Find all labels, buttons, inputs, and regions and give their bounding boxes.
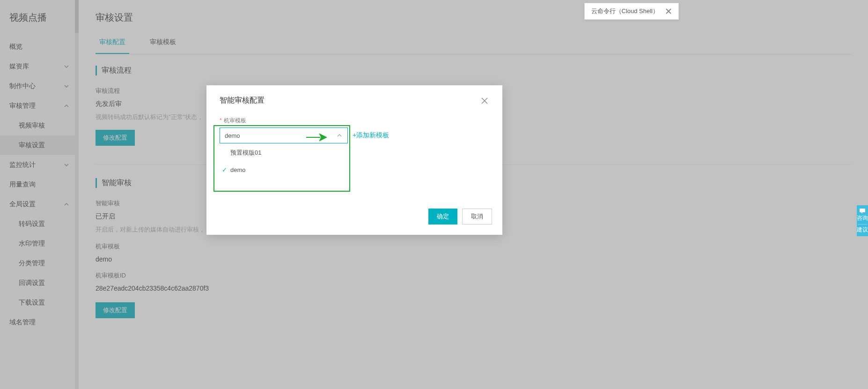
cloud-shell-text: 云命令行（Cloud Shell） [591,7,659,15]
dock-suggest: 建议 [857,226,868,233]
check-icon: ✓ [222,166,227,173]
add-template-link[interactable]: +添加新模板 [353,131,389,140]
modal-body: *机审模板 demo 预置模版01 ✓ demo +添加新模板 [206,109,502,203]
modal-header: 智能审核配置 [206,85,502,109]
select-value: demo [225,132,240,139]
close-icon[interactable] [480,96,489,105]
svg-rect-6 [860,209,865,212]
chevron-up-icon [336,132,343,140]
select-dropdown: 预置模版01 ✓ demo [220,144,348,178]
modal-footer: 确定 取消 [206,203,502,235]
chat-icon [859,208,866,214]
dropdown-option-selected[interactable]: ✓ demo [220,162,348,178]
cancel-button[interactable]: 取消 [462,209,492,224]
modal-title: 智能审核配置 [220,96,265,105]
template-select[interactable]: demo 预置模版01 ✓ demo [220,127,348,143]
svg-marker-7 [861,212,862,214]
smart-audit-config-modal: 智能审核配置 *机审模板 demo 预置模版01 ✓ demo +添加新模板 确… [206,85,502,235]
divider [858,224,867,224]
dock-consult: 咨询 [857,215,868,221]
ok-button[interactable]: 确定 [428,209,457,224]
cloud-shell-tooltip: 云命令行（Cloud Shell） [584,3,679,20]
field-label: *机审模板 [220,117,489,125]
feedback-dock[interactable]: 咨询 建议 [857,205,868,236]
dropdown-option[interactable]: 预置模版01 [220,144,348,162]
close-icon[interactable] [665,8,672,15]
